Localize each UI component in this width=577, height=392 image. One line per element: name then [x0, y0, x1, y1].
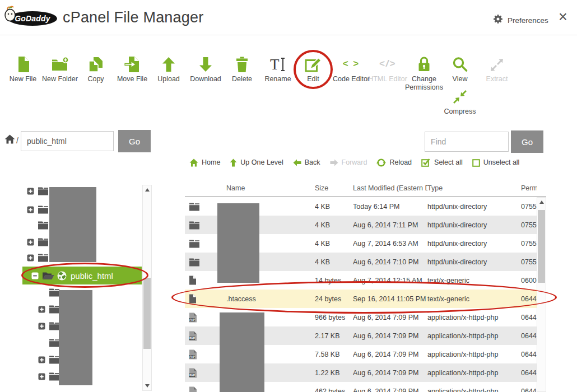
folder-icon [38, 221, 49, 230]
godaddy-logo-text: GoDaddy [15, 14, 50, 23]
php-file-icon: PHP [185, 331, 223, 341]
view-icon [452, 49, 468, 73]
column-header-spacer [185, 182, 223, 196]
file-modified: Aug 7, 2014 12:15 AM [353, 277, 427, 284]
toolbar-button-new-file[interactable]: New File [2, 49, 44, 83]
path-separator: / [16, 136, 18, 145]
file-list-scrollbar[interactable] [537, 197, 546, 392]
sidebar-scrollbar[interactable] [142, 185, 152, 391]
file-size: 2.17 KB [315, 332, 353, 340]
svg-text:T: T [270, 56, 280, 73]
folder-icon [49, 355, 60, 364]
scrollbar-thumb[interactable] [538, 210, 545, 283]
nav-button-label: Reload [389, 158, 412, 166]
folder-icon [38, 186, 49, 195]
toolbar-button-upload[interactable]: Upload [147, 49, 190, 83]
folder-icon [49, 372, 60, 381]
scroll-down-icon [145, 384, 150, 388]
file-type: application/x-httpd-php [427, 388, 521, 392]
folder-icon [49, 321, 60, 330]
move-file-icon [124, 49, 141, 73]
file-perms: 0644 [521, 314, 537, 321]
find-input[interactable] [425, 132, 509, 152]
expand-icon[interactable] [38, 306, 45, 313]
column-header-name[interactable]: Name [223, 182, 315, 196]
expand-icon[interactable] [27, 206, 34, 213]
toolbar-button-label: Code Editor [333, 75, 370, 83]
back-arrow-icon [293, 159, 301, 166]
table-header: NameSizeLast Modified (Eastern DTypePerm… [185, 182, 537, 196]
redacted-region [217, 203, 259, 283]
scrollbar-thumb[interactable] [143, 278, 151, 349]
table-row[interactable]: .htaccess24 bytesSep 16, 2014 11:05 PMte… [185, 290, 537, 308]
expand-icon[interactable] [27, 239, 34, 246]
nav-button-reload[interactable]: Reload [376, 158, 412, 167]
scroll-down-button[interactable] [143, 381, 151, 390]
page-title: cPanel File Manager [63, 9, 203, 26]
toolbar-button-view[interactable]: View [439, 49, 481, 83]
file-modified: Aug 6, 2014 7:10 PM [353, 258, 427, 266]
file-type: httpd/unix-directory [427, 258, 521, 266]
column-header-size[interactable]: Size [315, 182, 353, 196]
expand-icon[interactable] [38, 373, 45, 380]
checkbox-checked-icon [421, 158, 431, 167]
expand-icon[interactable] [38, 356, 45, 363]
nav-button-label: Select all [434, 158, 463, 166]
toolbar-button-label: Move File [117, 75, 147, 83]
tree-item-public-html-selected[interactable]: public_html [22, 267, 142, 284]
folder-icon [49, 338, 60, 347]
path-go-button[interactable]: Go [118, 130, 151, 152]
edit-icon [305, 49, 322, 73]
toolbar-button-extract[interactable]: Extract [476, 49, 518, 83]
file-size: 4 KB [315, 221, 353, 229]
column-header-perms[interactable]: Perms [521, 182, 537, 196]
file-icon [185, 294, 223, 304]
nav-button-unselect-all[interactable]: Unselect all [472, 158, 520, 167]
toolbar-button-compress[interactable]: Compress [439, 82, 481, 116]
file-modified: Aug 6, 2014 7:09 PM [353, 351, 427, 358]
expand-icon[interactable] [38, 323, 45, 330]
globe-icon [57, 271, 67, 281]
nav-button-back[interactable]: Back [293, 158, 320, 166]
folder-icon [38, 253, 49, 262]
column-header-type[interactable]: Type [427, 182, 521, 196]
toolbar-button-edit[interactable]: Edit [292, 49, 334, 83]
download-icon [199, 49, 212, 73]
scroll-up-button[interactable] [143, 185, 151, 194]
home-icon[interactable] [4, 134, 15, 146]
nav-button-label: Unselect all [483, 158, 520, 166]
file-perms: 0644 [521, 295, 537, 303]
preferences-button[interactable]: Preferences [493, 14, 548, 26]
cpanel-file-manager-window: GoDaddy cPanel File Manager [0, 0, 577, 392]
file-type: application/x-httpd-php [427, 351, 521, 358]
scroll-up-button[interactable] [537, 198, 546, 207]
nav-button-forward[interactable]: Forward [330, 158, 367, 166]
file-size: 24 bytes [315, 295, 353, 303]
nav-button-up-one-level[interactable]: Up One Level [230, 158, 283, 167]
preferences-label: Preferences [508, 16, 548, 25]
html-editor-icon: </> [379, 49, 397, 73]
open-folder-icon [42, 271, 54, 280]
close-button[interactable]: × [559, 10, 567, 25]
file-modified: Sep 16, 2014 11:05 PM [353, 295, 427, 303]
redacted-region [49, 187, 96, 262]
redacted-region [59, 290, 92, 385]
folder-icon [49, 288, 60, 297]
expand-icon[interactable] [27, 254, 34, 262]
path-input[interactable] [21, 131, 114, 151]
expand-icon[interactable] [27, 188, 34, 195]
file-perms: 0644 [521, 369, 537, 377]
nav-button-label: Home [202, 158, 220, 166]
file-name: .htaccess [223, 295, 315, 303]
column-header-modified[interactable]: Last Modified (Eastern D [353, 182, 427, 196]
find-go-button[interactable]: Go [511, 130, 543, 153]
nav-button-select-all[interactable]: Select all [421, 158, 463, 167]
redacted-region [220, 312, 264, 392]
rename-icon: T [269, 49, 286, 73]
collapse-icon[interactable] [31, 272, 39, 279]
nav-button-home[interactable]: Home [189, 158, 220, 167]
checkbox-empty-icon [472, 158, 480, 167]
svg-text:PHP: PHP [189, 318, 196, 321]
gear-icon [493, 14, 503, 26]
folder-icon [38, 237, 49, 246]
